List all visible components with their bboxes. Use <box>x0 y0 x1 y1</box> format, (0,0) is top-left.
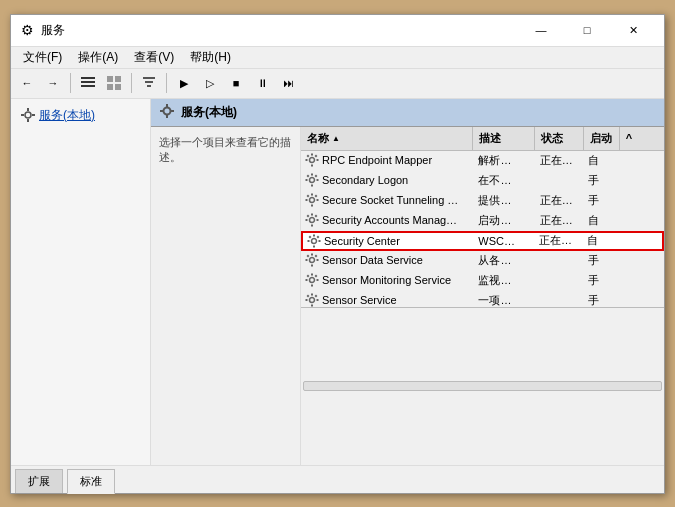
main-panel: 服务(本地) 选择一个项目来查看它的描述。 名称 ▲ 描述 <box>151 99 664 465</box>
services-icon <box>159 103 175 119</box>
table-row[interactable]: Sensor Data Service 从各… 手 <box>301 251 664 271</box>
svg-rect-44 <box>306 219 308 221</box>
forward-button[interactable]: → <box>41 71 65 95</box>
svg-rect-32 <box>307 175 310 178</box>
svg-rect-1 <box>81 81 95 83</box>
filter-button[interactable] <box>137 71 161 95</box>
menu-help[interactable]: 帮助(H) <box>182 47 239 68</box>
menu-file[interactable]: 文件(F) <box>15 47 70 68</box>
column-log[interactable]: ^ <box>620 127 664 150</box>
detail-view-button[interactable] <box>102 71 126 95</box>
cell-start: 手 <box>584 271 620 290</box>
cell-desc: 启动… <box>474 211 535 230</box>
svg-rect-61 <box>315 255 318 258</box>
svg-rect-73 <box>317 299 319 301</box>
svg-point-20 <box>310 158 315 163</box>
svg-point-34 <box>310 198 315 203</box>
cell-log <box>620 271 664 290</box>
table-row[interactable]: Sensor Monitoring Service 监视… 手 <box>301 271 664 291</box>
cell-start: 手 <box>584 291 620 308</box>
gear-icon <box>21 108 35 122</box>
sort-arrow: ▲ <box>332 134 340 143</box>
service-gear-icon <box>305 173 319 187</box>
svg-rect-28 <box>311 174 313 176</box>
column-status[interactable]: 状态 <box>535 127 584 150</box>
svg-rect-58 <box>306 259 308 261</box>
svg-point-10 <box>25 112 31 118</box>
cell-log <box>620 151 664 170</box>
panel-header-title: 服务(本地) <box>181 104 237 121</box>
cell-desc: 解析… <box>474 151 535 170</box>
svg-rect-39 <box>307 195 310 198</box>
horizontal-scrollbar[interactable] <box>301 307 664 465</box>
svg-rect-47 <box>315 215 318 218</box>
cell-start: 自 <box>584 151 620 170</box>
back-button[interactable]: ← <box>15 71 39 95</box>
column-desc[interactable]: 描述 <box>473 127 535 150</box>
menu-action[interactable]: 操作(A) <box>70 47 126 68</box>
column-start[interactable]: 启动 <box>584 127 620 150</box>
cell-desc: 从各… <box>474 251 535 270</box>
svg-point-41 <box>310 218 315 223</box>
cell-name: Sensor Service <box>301 291 474 308</box>
svg-rect-4 <box>115 76 121 82</box>
title-bar: ⚙ 服务 — □ ✕ <box>11 15 664 47</box>
menu-view[interactable]: 查看(V) <box>126 47 182 68</box>
cell-name: RPC Endpoint Mapper <box>301 151 474 170</box>
svg-rect-36 <box>311 205 313 207</box>
table-row[interactable]: Security Center WSC… 正在… 自 <box>301 231 664 251</box>
maximize-button[interactable]: □ <box>564 14 610 46</box>
bottom-bar: 扩展 标准 <box>11 465 664 493</box>
cell-status <box>536 171 584 190</box>
svg-rect-45 <box>317 219 319 221</box>
svg-rect-53 <box>309 235 312 238</box>
play2-button[interactable]: ▷ <box>198 71 222 95</box>
tab-standard[interactable]: 标准 <box>67 469 115 494</box>
filter-icon <box>142 76 156 90</box>
service-gear-icon <box>305 213 319 227</box>
minimize-button[interactable]: — <box>518 14 564 46</box>
play-button[interactable]: ▶ <box>172 71 196 95</box>
sidebar-item-services[interactable]: 服务(本地) <box>15 103 146 128</box>
table-row[interactable]: RPC Endpoint Mapper 解析… 正在… 自 <box>301 151 664 171</box>
service-gear-icon <box>305 153 319 167</box>
table-row[interactable]: Secondary Logon 在不… 手 <box>301 171 664 191</box>
service-name: Sensor Service <box>322 294 397 306</box>
cell-start: 手 <box>584 191 620 210</box>
svg-rect-25 <box>307 155 310 158</box>
cell-status <box>536 291 584 308</box>
cell-status <box>536 251 584 270</box>
table-row[interactable]: Sensor Service 一项… 手 <box>301 291 664 308</box>
column-desc-label: 描述 <box>479 131 501 146</box>
cell-log <box>620 191 664 210</box>
table-row[interactable]: Security Accounts Manag… 启动… 正在… 自 <box>301 211 664 231</box>
cell-name: Secure Socket Tunneling … <box>301 191 474 210</box>
tab-expand[interactable]: 扩展 <box>15 469 63 493</box>
svg-point-69 <box>310 298 315 303</box>
cell-log <box>620 171 664 190</box>
content-area: 服务(本地) 服务(本地) 选择一个项目来查看它的描述。 <box>11 99 664 465</box>
cell-desc: 提供… <box>474 191 535 210</box>
svg-rect-22 <box>311 165 313 167</box>
service-gear-icon <box>305 293 319 307</box>
service-name: Security Center <box>324 235 400 247</box>
svg-rect-23 <box>306 159 308 161</box>
restart-button[interactable]: ⏭ <box>276 71 300 95</box>
svg-point-15 <box>164 107 171 114</box>
svg-rect-54 <box>317 235 320 238</box>
table-row[interactable]: Secure Socket Tunneling … 提供… 正在… 手 <box>301 191 664 211</box>
list-view-button[interactable] <box>76 71 100 95</box>
stop-button[interactable]: ■ <box>224 71 248 95</box>
tab-standard-label: 标准 <box>80 475 102 487</box>
pause-button[interactable]: ⏸ <box>250 71 274 95</box>
description-text: 选择一个项目来查看它的描述。 <box>159 136 291 163</box>
menu-bar: 文件(F) 操作(A) 查看(V) 帮助(H) <box>11 47 664 69</box>
svg-rect-31 <box>317 179 319 181</box>
table-header: 名称 ▲ 描述 状态 启动 ^ <box>301 127 664 151</box>
cell-status <box>536 271 584 290</box>
close-button[interactable]: ✕ <box>610 14 656 46</box>
services-table: 名称 ▲ 描述 状态 启动 ^ <box>301 127 664 465</box>
svg-rect-38 <box>317 199 319 201</box>
svg-rect-42 <box>311 214 313 216</box>
column-name[interactable]: 名称 ▲ <box>301 127 473 150</box>
